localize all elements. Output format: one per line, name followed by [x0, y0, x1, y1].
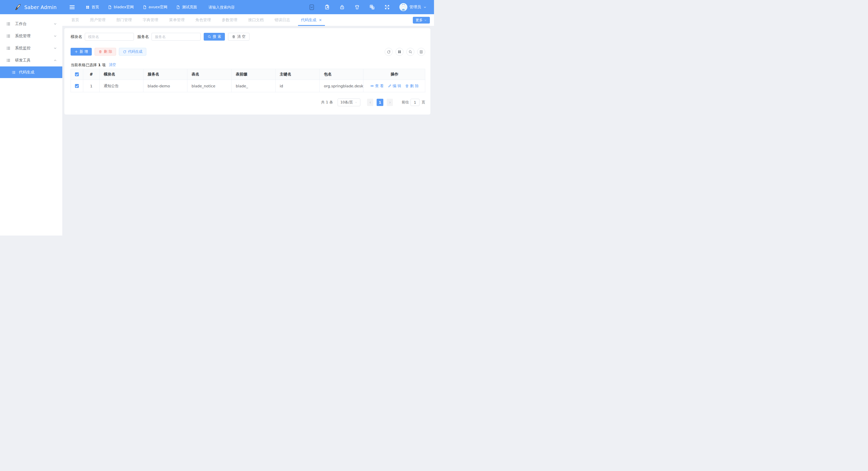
global-search-input[interactable] [208, 5, 257, 9]
goto-label: 前往 [402, 100, 409, 105]
cell-prefix: blade_ [231, 80, 276, 92]
sidebar-item-system-monitor[interactable]: 系统监控 [0, 42, 62, 54]
header-table: 表名 [187, 69, 231, 80]
column-settings-button[interactable] [417, 48, 425, 56]
chevron-down-icon [354, 101, 358, 104]
data-table: # 模块名 服务名 表名 表前缀 主键名 包名 操作 1 通知公告 blade-… [70, 69, 425, 92]
table-row: 1 通知公告 blade-demo blade_notice blade_ id… [71, 80, 425, 92]
chevron-down-icon [424, 19, 427, 22]
table-header-row: # 模块名 服务名 表名 表前缀 主键名 包名 操作 [71, 69, 425, 80]
tab-role-mgmt[interactable]: 角色管理 [190, 14, 216, 26]
row-operations: 查 看 编 辑 删 除 [364, 84, 426, 88]
next-page-button[interactable] [387, 99, 393, 106]
username: 管理员 [409, 5, 421, 9]
tab-close-icon[interactable] [319, 18, 322, 22]
add-button[interactable]: 新 增 [70, 48, 92, 56]
grid-icon [86, 5, 90, 9]
lock-icon[interactable] [339, 4, 345, 10]
selection-count: 1 [98, 63, 101, 67]
service-label: 服务名 [137, 34, 149, 39]
document-icon [143, 5, 147, 9]
search-button[interactable]: 搜 索 [204, 33, 225, 40]
search-button-label: 搜 索 [213, 34, 221, 39]
tab-dict-mgmt[interactable]: 字典管理 [137, 14, 164, 26]
module-label: 模块名 [70, 34, 82, 39]
search-toggle-button[interactable] [406, 48, 414, 56]
delete-button-label: 删 除 [104, 50, 112, 54]
grid-icon [398, 50, 401, 54]
topnav-item-test[interactable]: 测试页面 [176, 5, 197, 9]
chevron-up-icon [53, 58, 57, 62]
sidebar-collapse-button[interactable] [69, 4, 75, 10]
delete-link[interactable]: 删 除 [405, 84, 419, 88]
header-package: 包名 [320, 69, 364, 80]
page-size-select[interactable]: 10条/页 [338, 98, 360, 106]
prev-page-button[interactable] [367, 99, 373, 106]
row-checkbox[interactable] [75, 84, 79, 88]
codegen-button[interactable]: 代码生成 [119, 48, 146, 56]
top-header: Saber Admin 首页 bladex官网 avuex官网 测试页面 [0, 0, 434, 14]
topnav-label: avuex官网 [149, 5, 167, 9]
tab-dept-mgmt[interactable]: 部门管理 [111, 14, 137, 26]
edit-link[interactable]: 编 辑 [388, 84, 401, 88]
sidebar-item-dev-tools[interactable]: 研发工具 [0, 54, 62, 66]
sidebar-item-system-mgmt[interactable]: 系统管理 [0, 30, 62, 42]
tab-label: 角色管理 [195, 18, 211, 23]
filter-form: 模块名 服务名 搜 索 清 空 [70, 33, 425, 40]
user-menu[interactable]: 管理员 [399, 3, 427, 11]
topnav-label: bladex官网 [114, 5, 134, 9]
tab-error-log[interactable]: 错误日志 [269, 14, 296, 26]
topnav-item-home[interactable]: 首页 [86, 5, 99, 9]
list-icon [6, 34, 10, 38]
tab-home[interactable]: 首页 [66, 14, 85, 26]
selection-clear-link[interactable]: 清空 [109, 63, 116, 67]
fullscreen-icon[interactable] [384, 4, 390, 10]
module-input[interactable] [85, 33, 134, 40]
top-nav: 首页 bladex官网 avuex官网 测试页面 [86, 5, 197, 9]
clear-button[interactable]: 清 空 [228, 33, 249, 40]
topnav-item-avuex[interactable]: avuex官网 [143, 5, 167, 9]
tab-codegen-active[interactable]: 代码生成 [296, 14, 328, 26]
chevron-down-icon [53, 22, 57, 26]
tab-api-docs[interactable]: 接口文档 [243, 14, 269, 26]
sidebar-item-label: 研发工具 [15, 58, 31, 63]
column-grid-button[interactable] [396, 48, 403, 56]
list-icon [12, 70, 16, 74]
sidebar-item-label: 工作台 [15, 22, 27, 26]
tools-icon[interactable] [324, 4, 330, 10]
topnav-item-bladex[interactable]: bladex官网 [108, 5, 134, 9]
tab-label: 字典管理 [143, 18, 158, 23]
cell-table: blade_notice [187, 80, 231, 92]
select-all-checkbox[interactable] [75, 72, 79, 76]
cell-index: 1 [83, 80, 99, 92]
sidebar-item-workbench[interactable]: 工作台 [0, 18, 62, 30]
current-page-button[interactable]: 1 [377, 99, 383, 106]
document-lines-icon [419, 50, 423, 54]
trash-icon [232, 35, 236, 38]
more-button[interactable]: 更多 [413, 17, 430, 24]
sidebar-item-label: 系统管理 [15, 34, 31, 38]
goto-page-input[interactable] [410, 99, 420, 106]
document-icon [176, 5, 180, 9]
header-module: 模块名 [99, 69, 144, 80]
refresh-table-button[interactable] [384, 48, 393, 56]
tab-param-mgmt[interactable]: 参数管理 [216, 14, 243, 26]
sidebar-item-codegen-active[interactable]: 代码生成 [0, 66, 62, 78]
view-link[interactable]: 查 看 [370, 84, 384, 88]
avatar [399, 3, 407, 11]
delete-button[interactable]: 删 除 [95, 48, 116, 56]
service-input[interactable] [152, 33, 200, 40]
tab-label: 参数管理 [222, 18, 237, 23]
pagination: 共 1 条 10条/页 1 前往 页 [70, 98, 425, 106]
hamburger-icon [69, 4, 75, 10]
tab-menu-mgmt[interactable]: 菜单管理 [164, 14, 190, 26]
add-button-label: 新 增 [80, 50, 88, 54]
avatar-image [400, 4, 407, 10]
search-icon [408, 50, 412, 54]
collapse-panel-icon[interactable] [309, 4, 315, 10]
list-icon [6, 46, 10, 51]
delete-link-label: 删 除 [410, 84, 419, 88]
theme-shirt-icon[interactable] [354, 4, 360, 10]
tab-user-mgmt[interactable]: 用户管理 [85, 14, 111, 26]
translate-icon[interactable] [369, 4, 375, 10]
